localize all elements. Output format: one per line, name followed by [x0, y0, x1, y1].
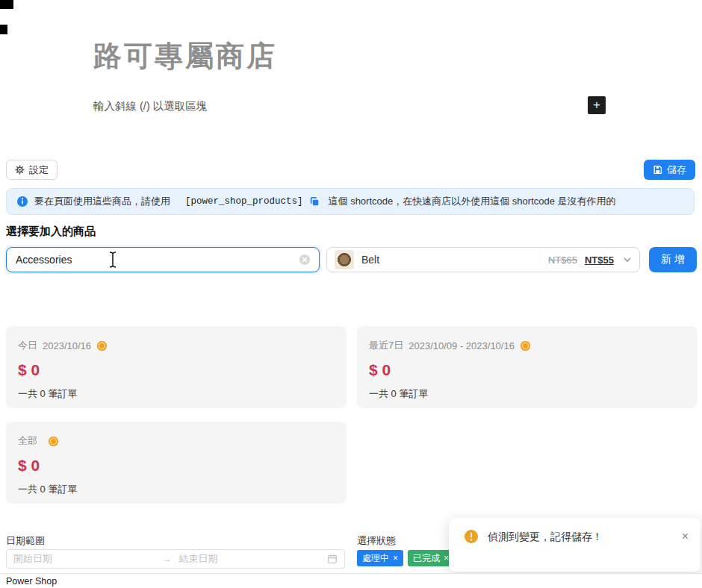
product-select[interactable]: Belt NT$65 NT$55 [326, 247, 640, 272]
stats-card-today: 今日 2023/10/16 $ 0 一共 0 筆訂單 [6, 326, 347, 408]
shortcode-text: [power_shop_products] [185, 196, 303, 207]
coin-icon [48, 436, 59, 447]
regular-price: NT$65 [548, 254, 577, 266]
shortcode-info-banner: 要在頁面使用這些商品，請使用 [power_shop_products] 這個 … [6, 188, 695, 215]
product-name: Belt [361, 254, 379, 266]
end-date-placeholder: 結束日期 [172, 552, 328, 566]
status-tag-completed[interactable]: 已完成 × [408, 550, 454, 566]
page-title[interactable]: 路可專屬商店 [93, 37, 277, 75]
stats-period-range: 2023/10/09 - 2023/10/16 [409, 340, 515, 351]
sale-price: NT$55 [585, 254, 614, 266]
save-icon [653, 165, 662, 175]
status-tag-processing[interactable]: 處理中 × [357, 550, 403, 566]
plus-icon: + [593, 98, 600, 112]
editor-canvas: 路可專屬商店 輸入斜線 (/) 以選取區塊 + 設定 儲存 要在頁面使用這些商品… [0, 0, 702, 588]
settings-label: 設定 [29, 163, 49, 177]
settings-button[interactable]: 設定 [6, 160, 58, 180]
stats-orders: 一共 0 筆訂單 [18, 483, 335, 496]
gear-icon [15, 165, 25, 175]
banner-text-before: 要在頁面使用這些商品，請使用 [34, 195, 170, 208]
tag-close-icon[interactable]: × [393, 553, 398, 563]
status-tags: 處理中 × 已完成 × [357, 550, 454, 566]
product-picker-heading: 選擇要加入的商品 [6, 225, 96, 239]
date-range-label: 日期範圍 [6, 534, 45, 548]
add-product-button[interactable]: 新 增 [649, 247, 697, 272]
stats-amount: $ 0 [18, 457, 335, 475]
coin-icon [96, 340, 108, 351]
stats-period-label: 今日 [18, 339, 37, 352]
stats-card-all: 全部 $ 0 一共 0 筆訂單 [6, 422, 347, 504]
warning-icon [464, 529, 479, 544]
stats-period-range: 2023/10/16 [43, 340, 91, 351]
block-inserter-button[interactable]: + [588, 96, 606, 114]
date-range-picker[interactable]: 開始日期 → 結束日期 [6, 549, 345, 569]
tag-close-icon[interactable]: × [444, 553, 449, 563]
coin-icon [520, 340, 531, 351]
product-thumbnail [335, 250, 354, 269]
tag-label: 處理中 [362, 552, 389, 565]
clear-icon[interactable] [299, 254, 311, 266]
product-search [6, 247, 320, 272]
calendar-icon [327, 554, 338, 564]
save-label: 儲存 [667, 163, 686, 177]
save-button[interactable]: 儲存 [644, 160, 695, 180]
stats-orders: 一共 0 筆訂單 [18, 387, 335, 401]
tag-label: 已完成 [413, 552, 440, 565]
breadcrumb[interactable]: Power Shop [6, 576, 57, 587]
start-date-placeholder: 開始日期 [13, 552, 162, 566]
toast-message: 偵測到變更，記得儲存！ [488, 529, 673, 544]
stats-card-week: 最近7日 2023/10/09 - 2023/10/16 $ 0 一共 0 筆訂… [357, 326, 698, 408]
status-filter-label: 選擇狀態 [357, 534, 396, 548]
editor-footer: Power Shop [0, 573, 702, 588]
stats-amount: $ 0 [18, 361, 335, 379]
stats-amount: $ 0 [369, 361, 686, 379]
copy-icon[interactable] [309, 196, 320, 207]
banner-text-after: 這個 shortcode，在快速商店以外使用這個 shortcode 是沒有作用… [329, 195, 616, 208]
stats-period-label: 最近7日 [369, 339, 403, 352]
toast-notification: 偵測到變更，記得儲存！ × [449, 518, 701, 572]
block-appender-placeholder[interactable]: 輸入斜線 (/) 以選取區塊 [93, 99, 207, 113]
info-icon [16, 196, 28, 207]
range-arrow-icon: → [162, 554, 172, 565]
screen-artifact [0, 25, 7, 34]
toast-close-button[interactable]: × [682, 529, 689, 542]
stats-orders: 一共 0 筆訂單 [369, 387, 686, 401]
stats-period-label: 全部 [18, 434, 37, 448]
chevron-down-icon [623, 255, 632, 264]
product-search-input[interactable] [6, 247, 320, 272]
screen-artifact [0, 0, 13, 9]
